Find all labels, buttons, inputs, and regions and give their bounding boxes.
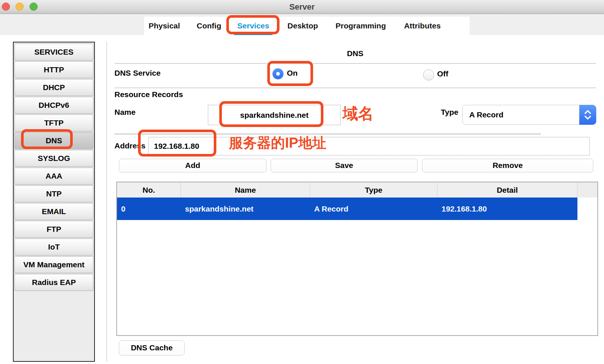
table-row[interactable]: 0sparkandshine.netA Record192.168.1.80 — [117, 198, 597, 220]
select-stepper-cap — [579, 105, 596, 125]
column-header-detail[interactable]: Detail — [437, 182, 577, 198]
sidebar-item-vm-management[interactable]: VM Management — [14, 256, 93, 273]
record-type-select[interactable]: A Record — [462, 105, 596, 125]
address-input[interactable]: 192.168.1.80 — [148, 137, 590, 155]
dns-service-off-label: Off — [437, 69, 448, 78]
panel-divider — [106, 42, 107, 362]
address-label: Address — [114, 141, 145, 150]
divider-line — [114, 87, 596, 88]
sidebar-item-tftp[interactable]: TFTP — [14, 114, 93, 131]
services-sidebar: SERVICESHTTPDHCPDHCPv6TFTPDNSSYSLOGAAANT… — [13, 42, 95, 362]
tab-programming[interactable]: Programming — [336, 17, 386, 35]
row-cell-type[interactable]: A Record — [310, 198, 437, 220]
divider-line — [114, 63, 596, 64]
type-label: Type — [441, 108, 458, 117]
row-cell-name[interactable]: sparkandshine.net — [181, 198, 310, 220]
column-header-name[interactable]: Name — [181, 182, 310, 198]
row-cell-no[interactable]: 0 — [117, 198, 181, 220]
chevron-up-down-icon — [584, 109, 592, 120]
row-cell-detail[interactable]: 192.168.1.80 — [437, 198, 577, 220]
add-button[interactable]: Add — [119, 159, 267, 172]
dns-service-on-radio[interactable] — [272, 68, 284, 79]
dns-panel-heading: DNS — [114, 49, 596, 58]
resource-records-label: Resource Records — [114, 90, 183, 99]
record-type-value: A Record — [469, 105, 504, 124]
sidebar-item-aaa[interactable]: AAA — [14, 168, 93, 185]
table-header-row: No.NameTypeDetail — [117, 182, 597, 198]
name-input[interactable]: sparkandshine.net — [208, 105, 341, 125]
column-header-no[interactable]: No. — [117, 182, 181, 198]
remove-button[interactable]: Remove — [422, 159, 593, 172]
sidebar-item-ntp[interactable]: NTP — [14, 185, 93, 202]
tab-attributes[interactable]: Attributes — [404, 17, 440, 35]
sidebar-item-iot[interactable]: IoT — [14, 238, 93, 255]
sidebar-item-services[interactable]: SERVICES — [14, 44, 93, 61]
row-cell-filler — [577, 198, 597, 220]
column-header-type[interactable]: Type — [310, 182, 437, 198]
dns-service-on-label: On — [287, 69, 298, 78]
sidebar-item-dhcpv6[interactable]: DHCPv6 — [14, 97, 93, 114]
window-title: Server — [0, 0, 604, 14]
radio-dot — [276, 72, 280, 76]
dns-service-label: DNS Service — [114, 69, 161, 78]
sidebar-item-dns[interactable]: DNS — [14, 132, 93, 149]
sidebar-item-radius-eap[interactable]: Radius EAP — [14, 274, 93, 291]
sidebar-item-email[interactable]: EMAIL — [14, 203, 93, 220]
tab-desktop[interactable]: Desktop — [288, 17, 318, 35]
name-label: Name — [114, 108, 135, 117]
divider-line — [114, 134, 541, 134]
dns-service-off-radio[interactable] — [423, 69, 434, 80]
tab-services[interactable]: Services — [237, 17, 269, 35]
sidebar-item-ftp[interactable]: FTP — [14, 221, 93, 238]
title-bar: Server — [0, 0, 604, 14]
tab-config[interactable]: Config — [197, 17, 221, 35]
annotation-text-domain: 域名 — [343, 103, 374, 124]
sidebar-item-dhcp[interactable]: DHCP — [14, 79, 93, 96]
resource-records-table: No.NameTypeDetail 0sparkandshine.netA Re… — [116, 182, 598, 336]
column-header-filler — [577, 182, 597, 198]
tab-bar: PhysicalConfigServicesDesktopProgramming… — [144, 17, 470, 35]
tab-physical[interactable]: Physical — [148, 17, 180, 35]
sidebar-item-http[interactable]: HTTP — [14, 61, 93, 78]
save-button[interactable]: Save — [271, 159, 418, 172]
sidebar-item-syslog[interactable]: SYSLOG — [14, 150, 93, 167]
dns-cache-button[interactable]: DNS Cache — [119, 340, 185, 356]
